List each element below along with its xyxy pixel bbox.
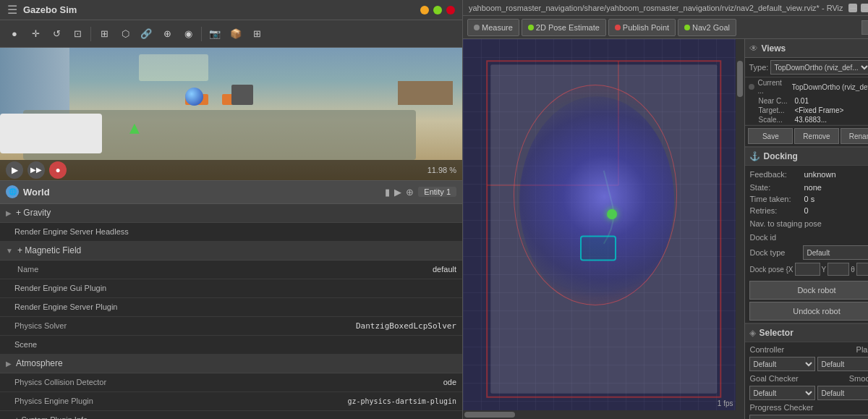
scale-value: 43.6883...: [794, 116, 826, 124]
dock-type-select[interactable]: Default: [803, 245, 868, 260]
docking-title: Docking: [763, 151, 797, 161]
smoother-select[interactable]: Default: [817, 386, 868, 400]
tool-grid[interactable]: ⊞: [94, 24, 114, 44]
tool-record[interactable]: 📦: [226, 24, 246, 44]
save-view-button[interactable]: Save: [748, 128, 793, 144]
rviz-title: yahboom_rosmaster_navigation/share/yahbo…: [469, 4, 843, 12]
world-label: World: [23, 187, 50, 198]
pose2d-button[interactable]: 2D Pose Estimate: [522, 19, 606, 36]
selector-header: ◈ Selector: [745, 323, 868, 342]
goal-smoother-label-row: Goal Checker Smoother: [745, 373, 868, 384]
window-minimize[interactable]: [420, 6, 429, 14]
zoom-level: 11.98 %: [427, 166, 456, 174]
planner-select[interactable]: Default: [817, 357, 868, 371]
fast-forward-button[interactable]: ▶▶: [27, 161, 45, 179]
prop-name-row: Name default: [0, 261, 462, 279]
dock-robot-button[interactable]: Dock robot: [749, 281, 868, 300]
world-step-btn[interactable]: ⊕: [406, 187, 414, 198]
nav2-goal-button[interactable]: Nav2 Goal: [678, 19, 736, 36]
prop-render-headless[interactable]: Render Engine Server Headless: [0, 223, 462, 242]
dock-pose-y[interactable]: [827, 263, 849, 276]
views-header: 👁 Views: [745, 39, 868, 58]
dock-type-row: Dock type Default: [745, 244, 868, 261]
window-maximize[interactable]: [433, 6, 442, 14]
tool-select[interactable]: ●: [4, 24, 25, 44]
menu-icon[interactable]: ☰: [7, 3, 17, 17]
nav-staging-key: Nav. to staging pose: [749, 219, 868, 228]
magnetic-field-label: + Magnetic Field: [17, 245, 81, 255]
planner-label: Planner: [856, 345, 868, 354]
nav-staging-row: Nav. to staging pose ✓: [745, 216, 868, 230]
physics-solver-key: Physics Solver: [14, 321, 356, 330]
progress-checker-select[interactable]: Default: [749, 415, 868, 419]
gazebo-header: ☰ Gazebo Sim: [0, 0, 462, 20]
dock-pose-y-label: Y: [822, 266, 827, 274]
goal-checker-select[interactable]: Default: [749, 386, 815, 400]
rviz-toolbar: Measure 2D Pose Estimate Publish Point N…: [463, 16, 868, 39]
tool-snap[interactable]: ⬡: [115, 24, 135, 44]
rviz-minimize-panel[interactable]: —: [861, 20, 868, 35]
state-row: State: none: [745, 182, 868, 193]
gazebo-window: ☰ Gazebo Sim ● ✛ ↺ ⊡ ⊞ ⬡ 🔗 ⊕ ◉: [0, 0, 463, 419]
rviz-scrollbar-vertical[interactable]: [736, 39, 744, 419]
undock-robot-button[interactable]: Undock robot: [749, 302, 868, 321]
feedback-row: Feedback: unknown: [745, 167, 868, 182]
measure-button[interactable]: Measure: [467, 19, 519, 36]
robot-position: [607, 209, 617, 219]
prop-magnetic-field[interactable]: ▼ + Magnetic Field: [0, 242, 462, 261]
type-select[interactable]: TopDownOrtho (rviz_def...: [770, 60, 868, 75]
gazebo-viewport[interactable]: ▶ ▶▶ ● 11.98 %: [0, 48, 462, 180]
selector-icon: ◈: [749, 328, 756, 338]
tool-joints[interactable]: 🔗: [136, 24, 156, 44]
name-key: Name: [17, 265, 433, 274]
rviz-viewport[interactable]: 1 fps: [463, 39, 744, 419]
rviz-titlebar: yahboom_rosmaster_navigation/share/yahbo…: [463, 0, 868, 16]
prop-scene[interactable]: Scene: [0, 336, 462, 355]
render-headless-label: Render Engine Server Headless: [14, 227, 129, 236]
prop-gravity[interactable]: ▶ + Gravity: [0, 204, 462, 223]
docking-icon: ⚓: [749, 151, 760, 161]
tool-screenshot[interactable]: 📷: [205, 24, 225, 44]
dock-type-key: Dock type: [749, 248, 800, 257]
world-play-btn[interactable]: ▶: [394, 187, 401, 198]
prop-physics-solver: Physics Solver DantzigBoxedLcpSolver: [0, 317, 462, 336]
dock-id-key: Dock id: [749, 233, 868, 242]
world-header: 🌐 World ▮ ▶ ⊕ Entity 1: [0, 181, 462, 204]
remove-view-button[interactable]: Remove: [794, 128, 839, 144]
prop-render-server[interactable]: Render Engine Server Plugin: [0, 298, 462, 317]
physics-engine-key: Physics Engine Plugin: [14, 397, 347, 405]
entity-badge: Entity 1: [418, 187, 456, 197]
tool-scale[interactable]: ⊡: [67, 24, 88, 44]
stop-button[interactable]: ●: [49, 161, 67, 179]
tool-copy[interactable]: ⊞: [247, 24, 267, 44]
viewport-controls: ▶ ▶▶ ● 11.98 %: [0, 160, 462, 180]
smoother-label: Smoother: [849, 374, 868, 383]
tool-move[interactable]: ✛: [25, 24, 46, 44]
controller-select[interactable]: Default: [749, 357, 815, 371]
render-gui-label: Render Engine Gui Plugin: [14, 284, 106, 292]
prop-system-plugin[interactable]: + System Plugin Info: [0, 411, 462, 419]
selector-section: ◈ Selector Controller Planner: [745, 323, 868, 419]
prop-render-gui[interactable]: Render Engine Gui Plugin: [0, 279, 462, 298]
window-close[interactable]: [446, 6, 455, 14]
rviz-minimize[interactable]: —: [848, 4, 857, 12]
selector-title: Selector: [759, 328, 793, 338]
scene-label: Scene: [14, 340, 37, 349]
system-plugin-label: + System Plugin Info: [14, 415, 88, 419]
dock-pose-theta[interactable]: [856, 263, 868, 276]
dock-pose-x[interactable]: [795, 263, 820, 276]
rviz-maximize[interactable]: □: [861, 4, 868, 12]
state-key: State:: [749, 183, 804, 192]
tool-rotate[interactable]: ↺: [46, 24, 67, 44]
rviz-scrollbar-horizontal[interactable]: [463, 410, 736, 419]
publish-point-button[interactable]: Publish Point: [608, 19, 676, 36]
world-pause-btn[interactable]: ▮: [385, 187, 390, 198]
play-button[interactable]: ▶: [6, 161, 23, 179]
rename-view-button[interactable]: Rename: [841, 128, 868, 144]
tool-inertia[interactable]: ⊕: [157, 24, 177, 44]
fps-display: 1 fps: [718, 399, 733, 407]
tool-collision[interactable]: ◉: [178, 24, 198, 44]
prop-atmosphere[interactable]: ▶ Atmosphere: [0, 355, 462, 373]
dock-pose-theta-label: θ: [851, 266, 855, 274]
world-properties: 🌐 World ▮ ▶ ⊕ Entity 1 ▶ + Gravity: [0, 180, 462, 419]
